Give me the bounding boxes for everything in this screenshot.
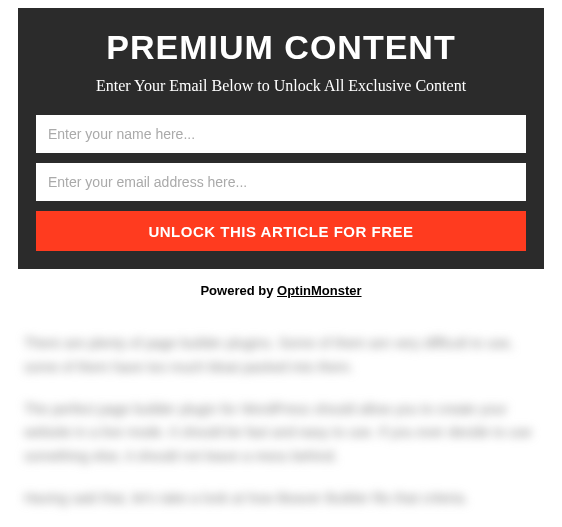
blurred-paragraph: Having said that, let's take a look at h… <box>24 487 538 511</box>
blurred-paragraph: The perfect page builder plugin for Word… <box>24 398 538 469</box>
optin-subtitle: Enter Your Email Below to Unlock All Exc… <box>36 77 526 95</box>
optin-box: PREMIUM CONTENT Enter Your Email Below t… <box>18 8 544 269</box>
powered-by-prefix: Powered by <box>200 283 277 298</box>
blurred-paragraph: There are plenty of page builder plugins… <box>24 332 538 380</box>
optin-title: PREMIUM CONTENT <box>36 28 526 67</box>
blurred-content: There are plenty of page builder plugins… <box>24 332 538 511</box>
name-input[interactable] <box>36 115 526 153</box>
powered-by-link[interactable]: OptinMonster <box>277 283 362 298</box>
powered-by: Powered by OptinMonster <box>0 283 562 298</box>
email-input[interactable] <box>36 163 526 201</box>
unlock-button[interactable]: UNLOCK THIS ARTICLE FOR FREE <box>36 211 526 251</box>
